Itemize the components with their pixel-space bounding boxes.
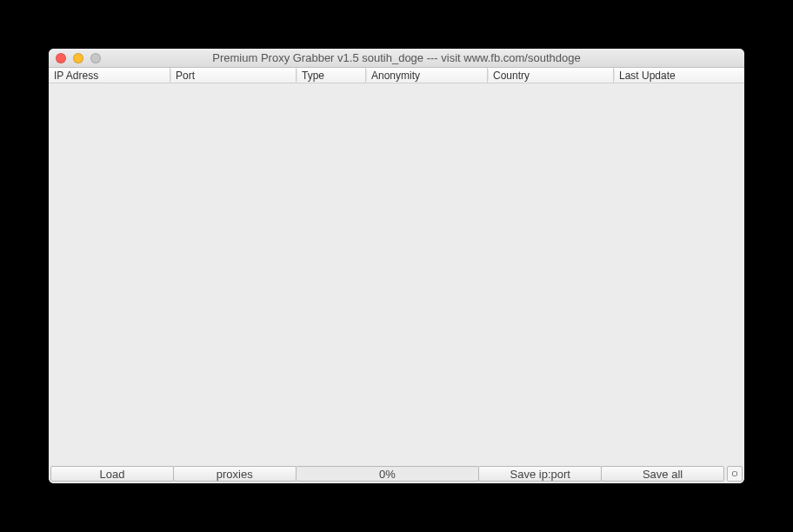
proxy-list[interactable] [49, 83, 744, 466]
close-icon[interactable] [56, 53, 66, 63]
app-window: Premium Proxy Grabber v1.5 soutih_doge -… [49, 49, 744, 483]
table-header: IP Adress Port Type Anonymity Country La… [49, 68, 744, 83]
column-anonymity[interactable]: Anonymity [366, 68, 488, 83]
column-last-update[interactable]: Last Update [614, 68, 744, 83]
column-type[interactable]: Type [297, 68, 366, 83]
load-button[interactable]: Load [50, 466, 174, 482]
titlebar: Premium Proxy Grabber v1.5 soutih_doge -… [49, 49, 744, 68]
progress-bar: 0% [296, 466, 480, 482]
column-ip-address[interactable]: IP Adress [49, 68, 170, 83]
footer-toolbar: Load proxies 0% Save ip:port Save all O [49, 466, 744, 483]
save-all-button[interactable]: Save all [601, 466, 724, 482]
window-title: Premium Proxy Grabber v1.5 soutih_doge -… [49, 51, 744, 64]
proxies-label: proxies [173, 466, 297, 482]
zoom-icon[interactable] [90, 53, 101, 63]
column-port[interactable]: Port [170, 68, 297, 83]
status-indicator[interactable]: O [727, 466, 743, 482]
window-controls [56, 53, 101, 63]
column-country[interactable]: Country [488, 68, 614, 83]
minimize-icon[interactable] [73, 53, 83, 63]
save-ip-port-button[interactable]: Save ip:port [478, 466, 602, 482]
